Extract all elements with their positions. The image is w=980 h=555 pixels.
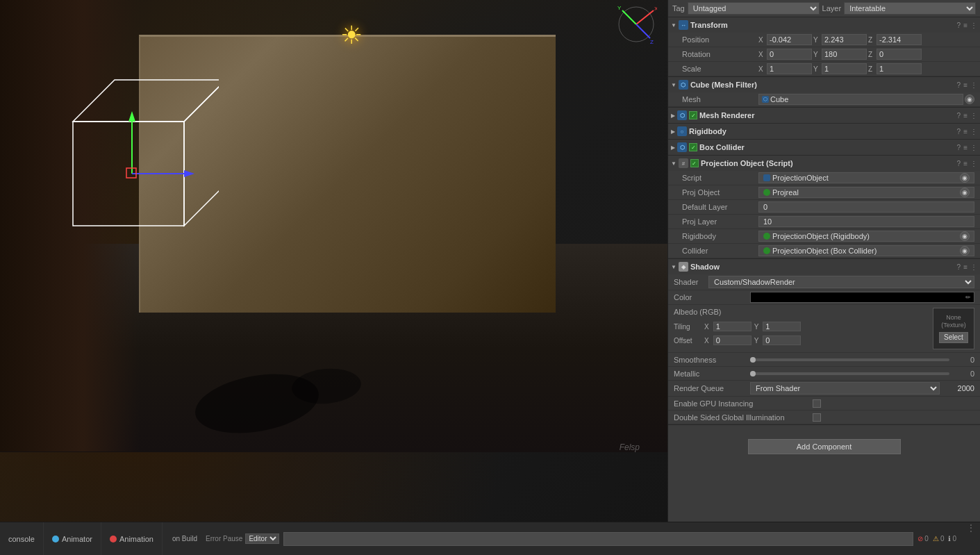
shadow-header[interactable]: ▼ ◈ Shadow ? ≡ ⋮	[668, 259, 980, 274]
proj-object-value-box[interactable]: Projreal ◉	[758, 187, 974, 198]
mesh-filter-collapse[interactable]: ▼	[671, 82, 676, 88]
box-collider-collapse[interactable]: ▶	[671, 144, 675, 151]
console-counts: ⊘ 0 ⚠ 0 ℹ 0	[917, 535, 956, 542]
proj-object-value: Projreal	[772, 188, 799, 197]
transform-more[interactable]: ⋮	[970, 22, 977, 29]
animator-tab[interactable]: Animator	[44, 522, 101, 555]
render-queue-row: Render Queue From Shader 2000	[668, 381, 980, 397]
rigidbody-more[interactable]: ⋮	[970, 128, 977, 135]
color-swatch[interactable]: ✏	[750, 292, 974, 303]
console-tab[interactable]: console	[0, 522, 44, 555]
layer-select[interactable]: Interatable	[844, 2, 976, 15]
transform-settings[interactable]: ≡	[963, 22, 967, 29]
editor-select[interactable]: Editor	[245, 533, 279, 544]
mesh-renderer-more[interactable]: ⋮	[970, 112, 977, 119]
viewport[interactable]: ☀ X Y Z Felsp	[0, 0, 667, 522]
pos-z-input[interactable]	[877, 34, 922, 45]
mesh-renderer-checkbox[interactable]: ✓	[689, 111, 697, 119]
smoothness-thumb[interactable]	[750, 357, 756, 363]
script-icon	[763, 174, 770, 181]
metallic-thumb[interactable]	[750, 371, 756, 376]
rot-z-input[interactable]	[877, 49, 922, 60]
proj-layer-label: Proj Layer	[682, 217, 758, 226]
metallic-track[interactable]	[750, 372, 949, 375]
transform-component: ▼ ↔ Transform ? ≡ ⋮ Position X	[668, 17, 980, 77]
shader-select[interactable]: Custom/ShadowRender	[708, 276, 974, 288]
rigidbody-collapse[interactable]: ▶	[671, 129, 675, 135]
mesh-renderer-header[interactable]: ▶ ⬡ ✓ Mesh Renderer ? ≡ ⋮	[668, 108, 980, 123]
tag-select[interactable]: Untagged	[688, 2, 820, 15]
tiling-x-input[interactable]	[713, 322, 751, 331]
projection-more[interactable]: ⋮	[970, 160, 977, 167]
default-layer-value[interactable]: 0	[758, 201, 974, 213]
rot-y-input[interactable]	[822, 49, 867, 60]
smoothness-track[interactable]	[750, 358, 949, 361]
box-collider-header[interactable]: ▶ ⬡ ✓ Box Collider ? ≡ ⋮	[668, 140, 980, 155]
mesh-filter-more[interactable]: ⋮	[970, 81, 977, 89]
rigidbody-header[interactable]: ▶ ○ Rigidbody ? ≡ ⋮	[668, 124, 980, 139]
box-collider-settings[interactable]: ≡	[963, 144, 967, 151]
add-component-button[interactable]: Add Component	[748, 439, 901, 454]
proj-layer-value[interactable]: 10	[758, 216, 974, 227]
box-collider-icon: ⬡	[677, 142, 687, 152]
mesh-label: Mesh	[682, 95, 758, 103]
rigidbody-settings[interactable]: ≡	[963, 128, 967, 135]
proj-collider-select[interactable]: ◉	[960, 246, 970, 256]
tiling-y-input[interactable]	[763, 322, 801, 331]
box-collider-more[interactable]: ⋮	[970, 144, 977, 151]
projection-header[interactable]: ▼ # ✓ Projection Object (Script) ? ≡ ⋮	[668, 156, 980, 171]
proj-rigidbody-value-box[interactable]: ProjectionObject (Rigidbody) ◉	[758, 231, 974, 242]
error-pause-filter[interactable]: Error Pause	[206, 533, 242, 544]
console-search[interactable]	[283, 532, 913, 546]
mesh-value: Cube	[770, 95, 788, 103]
shadow-settings[interactable]: ≡	[963, 263, 967, 271]
tiling-y-label: Y	[754, 323, 759, 331]
texture-box[interactable]: None(Texture) Select	[933, 308, 974, 349]
scale-y-input[interactable]	[822, 63, 867, 74]
proj-rigidbody-select[interactable]: ◉	[960, 231, 970, 241]
mesh-renderer-settings[interactable]: ≡	[963, 112, 967, 119]
mesh-select-btn[interactable]: ◉	[965, 94, 974, 104]
scale-z-label: Z	[868, 65, 875, 73]
projection-checkbox[interactable]: ✓	[690, 159, 699, 167]
rot-x-input[interactable]	[767, 49, 812, 60]
mesh-filter-title: Cube (Mesh Filter)	[690, 81, 955, 89]
box-collider-help[interactable]: ?	[957, 144, 961, 151]
script-select-btn[interactable]: ◉	[960, 173, 970, 183]
mesh-renderer-help[interactable]: ?	[957, 112, 961, 119]
pos-x-input[interactable]	[767, 34, 812, 45]
mesh-filter-settings[interactable]: ≡	[963, 81, 967, 89]
svg-line-13	[636, 24, 650, 38]
script-value-text: ProjectionObject	[763, 174, 960, 182]
offset-y-input[interactable]	[763, 336, 801, 345]
box-collider-checkbox[interactable]: ✓	[689, 143, 697, 151]
mesh-filter-header[interactable]: ▼ ⬡ Cube (Mesh Filter) ? ≡ ⋮	[668, 77, 980, 92]
proj-collider-value-box[interactable]: ProjectionObject (Box Collider) ◉	[758, 245, 974, 256]
shadow-help[interactable]: ?	[957, 263, 961, 271]
svg-text:X: X	[654, 6, 657, 12]
offset-x-input[interactable]	[713, 336, 751, 345]
transform-header[interactable]: ▼ ↔ Transform ? ≡ ⋮	[668, 17, 980, 33]
animation-tab[interactable]: Animation	[101, 522, 163, 555]
smoothness-value: 0	[954, 356, 974, 364]
transform-help[interactable]: ?	[957, 22, 961, 29]
proj-object-select[interactable]: ◉	[960, 188, 970, 197]
double-sided-checkbox[interactable]	[813, 413, 821, 422]
mesh-filter-help[interactable]: ?	[957, 81, 961, 89]
render-queue-select[interactable]: From Shader	[750, 382, 940, 395]
projection-collapse[interactable]: ▼	[671, 160, 676, 167]
scale-x-input[interactable]	[767, 63, 812, 74]
script-value-box[interactable]: ProjectionObject ◉	[758, 172, 974, 183]
projection-settings[interactable]: ≡	[963, 160, 967, 167]
mesh-renderer-collapse[interactable]: ▶	[671, 113, 675, 119]
scale-z-input[interactable]	[877, 63, 922, 74]
projection-help[interactable]: ?	[957, 160, 961, 167]
pos-y-input[interactable]	[822, 34, 867, 45]
transform-collapse[interactable]: ▼	[671, 22, 676, 28]
shadow-more[interactable]: ⋮	[970, 263, 977, 271]
rigidbody-help[interactable]: ?	[957, 128, 961, 135]
gpu-instancing-checkbox[interactable]	[813, 399, 821, 408]
select-texture-btn[interactable]: Select	[939, 332, 968, 343]
more-options-btn[interactable]: ⋮	[962, 522, 980, 555]
shadow-collapse[interactable]: ▼	[671, 264, 676, 270]
